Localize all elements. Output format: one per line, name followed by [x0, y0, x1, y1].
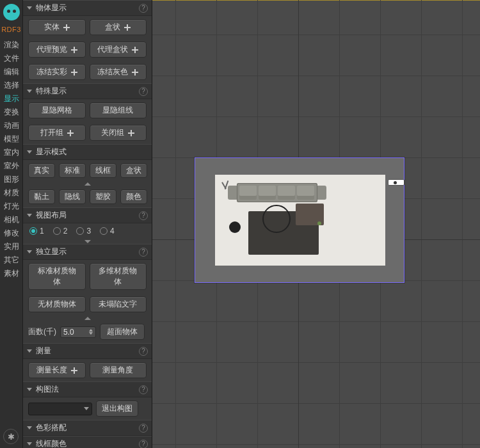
section-measure[interactable]: 测量 ?	[23, 343, 152, 359]
help-icon[interactable]: ?	[139, 87, 148, 96]
chevron-down-icon	[27, 442, 32, 445]
exit-composition-button[interactable]: 退出构图	[96, 401, 138, 417]
btn-label: 关闭组	[101, 127, 124, 138]
stepper-arrows-icon[interactable]	[89, 329, 93, 335]
nav-item-16[interactable]: 其它	[4, 253, 19, 267]
radio-label: 2	[63, 227, 68, 236]
btn-label: 打开组	[40, 127, 63, 138]
nav-item-10[interactable]: 图形	[4, 173, 19, 186]
mode-clay-button[interactable]: 黏土	[28, 189, 55, 204]
help-icon[interactable]: ?	[139, 385, 148, 394]
help-icon[interactable]: ?	[139, 248, 148, 257]
section-title: 显示模式	[36, 147, 148, 157]
plus-icon	[71, 367, 77, 374]
section-viewport-layout[interactable]: 视图布局 ?	[23, 207, 152, 223]
close-group-button[interactable]: 关闭组	[90, 125, 147, 141]
freeze-gray-button[interactable]: 冻结灰色	[90, 64, 147, 80]
layout-radio-4[interactable]: 4	[100, 227, 115, 236]
help-icon[interactable]: ?	[139, 424, 148, 433]
nav-column: RDF3 渲染文件编辑选择显示变换动画模型室内室外图形材质灯光相机修改实用其它素…	[0, 0, 23, 448]
show-groupline-button[interactable]: 显隐组线	[90, 102, 147, 118]
nav-item-4[interactable]: 显示	[4, 92, 19, 106]
face-count-label: 面数(千)	[28, 326, 56, 337]
plus-icon	[63, 24, 70, 31]
nav-item-2[interactable]: 编辑	[4, 65, 19, 79]
help-icon[interactable]: ?	[139, 211, 148, 220]
show-mesh-button[interactable]: 显隐网格	[28, 102, 86, 118]
proxy-preview-button[interactable]: 代理预览	[28, 42, 86, 58]
btn-label: 代理预览	[36, 44, 67, 55]
nav-item-15[interactable]: 实用	[4, 240, 19, 253]
over-face-button[interactable]: 超面物体	[100, 324, 145, 340]
settings-gear-icon[interactable]: ✱	[3, 429, 19, 444]
section-isolate[interactable]: 独立显示 ?	[23, 244, 152, 260]
layout-radio-2[interactable]: 2	[53, 227, 68, 236]
section-special-display[interactable]: 特殊显示 ?	[23, 83, 152, 99]
no-mat-button[interactable]: 无材质物体	[28, 296, 86, 312]
nav-item-14[interactable]: 修改	[4, 227, 19, 240]
mode-standard-button[interactable]: 标准	[59, 163, 86, 178]
section-title: 视图布局	[36, 210, 135, 221]
mode-hiddenline-button[interactable]: 隐线	[59, 189, 86, 204]
help-icon[interactable]: ?	[139, 440, 148, 449]
no-collapse-text-button[interactable]: 未塌陷文字	[90, 296, 147, 312]
nav-item-11[interactable]: 材质	[4, 186, 19, 200]
mode-real-button[interactable]: 真实	[28, 163, 55, 178]
camera-object	[388, 179, 404, 186]
open-group-button[interactable]: 打开组	[28, 125, 86, 141]
mode-box-button[interactable]: 盒状	[120, 163, 147, 178]
nav-item-17[interactable]: 素材	[4, 267, 19, 280]
composition-select[interactable]	[28, 403, 92, 415]
app-rdf-label: RDF3	[1, 26, 21, 33]
standard-mat-button[interactable]: 标准材质物体	[28, 263, 86, 290]
help-icon[interactable]: ?	[139, 4, 148, 13]
expander-up-icon[interactable]	[23, 181, 152, 186]
mode-wire-button[interactable]: 线框	[90, 163, 116, 178]
layout-radio-1[interactable]: 1	[29, 227, 44, 236]
chevron-down-icon	[27, 349, 32, 353]
control-panel: 物体显示 ? 实体 盒状 代理预览 代理盒状 冻结实彩 冻结灰色 特殊显示 ? …	[23, 0, 152, 448]
floor-lamp-object	[221, 180, 232, 189]
measure-length-button[interactable]: 测量长度	[28, 362, 86, 378]
measure-angle-button[interactable]: 测量角度	[90, 362, 147, 378]
solid-button[interactable]: 实体	[28, 19, 86, 35]
mode-plastic-button[interactable]: 塑胶	[90, 189, 116, 204]
proxy-box-button[interactable]: 代理盒状	[90, 42, 147, 58]
nav-item-12[interactable]: 灯光	[4, 200, 19, 213]
help-icon[interactable]: ?	[139, 347, 148, 356]
freeze-color-button[interactable]: 冻结实彩	[28, 64, 86, 80]
plus-icon	[128, 130, 134, 136]
chevron-down-icon	[27, 388, 32, 391]
section-display-mode[interactable]: 显示模式	[23, 144, 152, 160]
nav-item-0[interactable]: 渲染	[4, 38, 19, 52]
chevron-down-icon	[84, 407, 89, 410]
expander-up-icon[interactable]	[23, 316, 152, 321]
nav-item-6[interactable]: 动画	[4, 119, 19, 132]
nav-item-3[interactable]: 选择	[4, 79, 19, 92]
multi-mat-button[interactable]: 多维材质物体	[90, 263, 147, 290]
section-wire-color[interactable]: 线框颜色 ?	[23, 436, 152, 448]
mode-color-button[interactable]: 颜色	[120, 189, 147, 204]
layout-radio-3[interactable]: 3	[76, 227, 91, 236]
nav-item-1[interactable]: 文件	[4, 52, 19, 65]
nav-item-9[interactable]: 室外	[4, 159, 19, 173]
box-button[interactable]: 盒状	[90, 19, 147, 35]
chevron-down-icon	[27, 426, 32, 429]
nav-item-8[interactable]: 室内	[4, 146, 19, 159]
expander-down-icon[interactable]	[23, 239, 152, 244]
face-count-stepper[interactable]: 5.0	[60, 326, 96, 338]
viewport[interactable]	[152, 0, 480, 448]
plus-icon	[124, 24, 131, 31]
chevron-down-icon	[27, 90, 32, 93]
nav-item-5[interactable]: 变换	[4, 106, 19, 119]
app-logo	[3, 4, 20, 20]
radio-label: 4	[110, 227, 115, 236]
section-composition[interactable]: 构图法 ?	[23, 381, 152, 397]
section-color-match[interactable]: 色彩搭配 ?	[23, 420, 152, 436]
section-title: 物体显示	[36, 3, 135, 13]
section-object-display[interactable]: 物体显示 ?	[23, 0, 152, 16]
nav-item-13[interactable]: 相机	[4, 213, 19, 227]
nav-item-7[interactable]: 模型	[4, 132, 19, 146]
radio-label: 1	[40, 227, 44, 236]
radio-icon	[100, 227, 108, 235]
